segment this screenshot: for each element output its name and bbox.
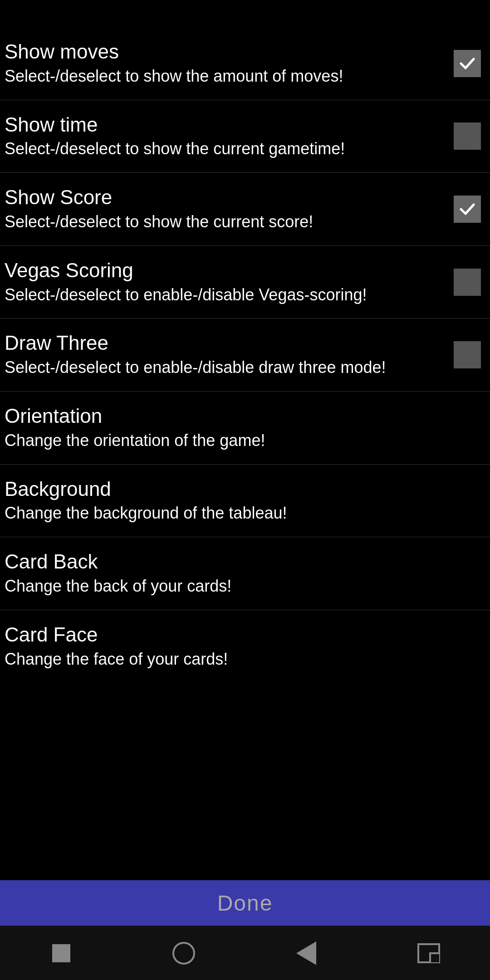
setting-text-show-time: Show timeSelect-/deselect to show the cu…: [5, 113, 454, 160]
setting-text-card-back: Card BackChange the back of your cards!: [5, 550, 481, 597]
setting-desc-show-time: Select-/deselect to show the current gam…: [5, 138, 445, 160]
setting-text-vegas-scoring: Vegas ScoringSelect-/deselect to enable-…: [5, 259, 454, 306]
setting-title-card-back: Card Back: [5, 550, 472, 574]
checkbox-show-score[interactable]: [454, 196, 481, 223]
setting-title-show-time: Show time: [5, 113, 445, 137]
setting-title-draw-three: Draw Three: [5, 331, 445, 355]
checkbox-vegas-scoring[interactable]: [454, 269, 481, 296]
setting-desc-show-moves: Select-/deselect to show the amount of m…: [5, 66, 445, 87]
recents-icon: [417, 943, 440, 963]
setting-item-card-face[interactable]: Card FaceChange the face of your cards!: [0, 610, 490, 683]
setting-text-show-score: Show ScoreSelect-/deselect to show the c…: [5, 186, 454, 233]
nav-stop-button[interactable]: [43, 935, 79, 971]
setting-title-card-face: Card Face: [5, 623, 472, 647]
setting-text-orientation: OrientationChange the orientation of the…: [5, 404, 481, 451]
setting-desc-card-back: Change the back of your cards!: [5, 576, 472, 597]
checkmark-icon: [458, 200, 476, 218]
setting-item-orientation[interactable]: OrientationChange the orientation of the…: [0, 392, 490, 465]
setting-item-background[interactable]: BackgroundChange the background of the t…: [0, 465, 490, 538]
settings-list: Show movesSelect-/deselect to show the a…: [0, 27, 490, 880]
checkbox-show-moves[interactable]: [454, 50, 481, 77]
setting-item-show-score[interactable]: Show ScoreSelect-/deselect to show the c…: [0, 173, 490, 246]
done-label: Done: [217, 891, 273, 916]
setting-desc-show-score: Select-/deselect to show the current sco…: [5, 211, 445, 233]
back-icon: [296, 941, 316, 965]
setting-title-background: Background: [5, 477, 472, 501]
nav-back-button[interactable]: [288, 935, 324, 971]
setting-text-background: BackgroundChange the background of the t…: [5, 477, 481, 524]
setting-title-show-score: Show Score: [5, 186, 445, 210]
setting-desc-background: Change the background of the tableau!: [5, 503, 472, 524]
setting-desc-orientation: Change the orientation of the game!: [5, 430, 472, 451]
setting-desc-card-face: Change the face of your cards!: [5, 649, 472, 670]
top-spacer: [0, 0, 490, 27]
setting-item-show-moves[interactable]: Show movesSelect-/deselect to show the a…: [0, 27, 490, 100]
setting-title-show-moves: Show moves: [5, 40, 445, 64]
setting-title-orientation: Orientation: [5, 404, 472, 428]
stop-icon: [52, 944, 70, 962]
setting-text-draw-three: Draw ThreeSelect-/deselect to enable-/di…: [5, 331, 454, 378]
setting-item-show-time[interactable]: Show timeSelect-/deselect to show the cu…: [0, 100, 490, 173]
checkbox-draw-three[interactable]: [454, 341, 481, 368]
setting-item-draw-three[interactable]: Draw ThreeSelect-/deselect to enable-/di…: [0, 318, 490, 392]
setting-text-show-moves: Show movesSelect-/deselect to show the a…: [5, 40, 454, 87]
setting-item-card-back[interactable]: Card BackChange the back of your cards!: [0, 537, 490, 610]
setting-text-card-face: Card FaceChange the face of your cards!: [5, 623, 481, 670]
checkbox-show-time[interactable]: [454, 122, 481, 150]
home-icon: [172, 942, 195, 965]
done-bar[interactable]: Done: [0, 880, 490, 926]
nav-home-button[interactable]: [166, 935, 202, 971]
setting-desc-vegas-scoring: Select-/deselect to enable-/disable Vega…: [5, 284, 445, 306]
setting-title-vegas-scoring: Vegas Scoring: [5, 259, 445, 283]
checkmark-icon: [458, 54, 476, 73]
setting-item-vegas-scoring[interactable]: Vegas ScoringSelect-/deselect to enable-…: [0, 246, 490, 319]
navigation-bar: [0, 926, 490, 980]
nav-recents-button[interactable]: [411, 935, 447, 971]
setting-desc-draw-three: Select-/deselect to enable-/disable draw…: [5, 357, 445, 378]
